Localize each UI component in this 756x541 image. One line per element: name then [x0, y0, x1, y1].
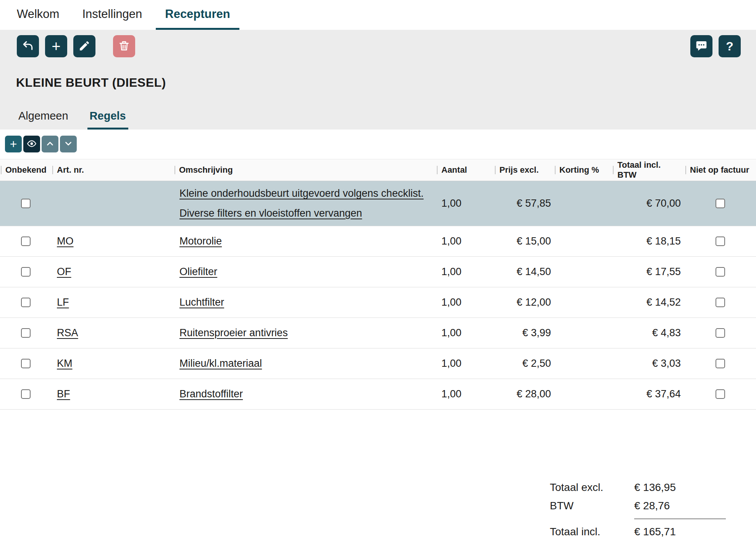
table-cell: KM — [52, 354, 174, 373]
subtab-regels[interactable]: Regels — [87, 110, 128, 130]
table-row[interactable]: MOMotorolie1,00€ 15,00€ 18,15 — [0, 226, 756, 257]
totaal-incl-value: € 3,03 — [652, 358, 681, 369]
table-row[interactable]: LFLuchtfilter1,00€ 12,00€ 14,52 — [0, 287, 756, 318]
table-row[interactable]: KMMilieu/kl.materiaal1,00€ 2,50€ 3,03 — [0, 348, 756, 379]
tab-welkom[interactable]: Welkom — [8, 0, 68, 30]
table-cell: 1,00 — [436, 388, 494, 400]
niet-op-factuur-checkbox[interactable] — [716, 298, 725, 307]
omschrijving-link[interactable]: Ruitensproeier antivries — [179, 327, 288, 339]
table-cell: 1,00 — [436, 327, 494, 339]
column-header[interactable]: Prijs excl. — [494, 165, 554, 175]
niet-op-factuur-checkbox[interactable] — [716, 267, 725, 277]
table-cell — [0, 267, 52, 277]
onbekend-checkbox[interactable] — [21, 328, 31, 338]
btw-value: € 28,76 — [634, 500, 726, 512]
visibility-button[interactable] — [23, 136, 40, 152]
column-header[interactable]: Onbekend — [0, 165, 52, 175]
prijs-excl-value: € 15,00 — [517, 235, 551, 247]
onbekend-checkbox[interactable] — [21, 389, 31, 399]
totaal-incl-value: € 18,15 — [646, 235, 681, 247]
onbekend-checkbox[interactable] — [21, 199, 31, 208]
table-cell: Ruitensproeier antivries — [174, 323, 436, 343]
eye-icon — [27, 139, 37, 150]
onbekend-checkbox[interactable] — [21, 298, 31, 307]
table-cell: RSA — [52, 323, 174, 343]
niet-op-factuur-checkbox[interactable] — [716, 328, 725, 338]
artnr-link[interactable]: RSA — [57, 327, 78, 339]
table-row[interactable]: RSARuitensproeier antivries1,00€ 3,99€ 4… — [0, 318, 756, 348]
artnr-link[interactable]: BF — [57, 388, 70, 400]
niet-op-factuur-checkbox[interactable] — [716, 236, 725, 246]
table-cell — [685, 389, 756, 399]
add-button[interactable]: + — [45, 35, 67, 57]
omschrijving-link[interactable]: Luchtfilter — [179, 296, 224, 308]
artnr-link[interactable]: OF — [57, 266, 71, 277]
table-cell — [0, 199, 52, 208]
table-cell: € 3,03 — [612, 358, 685, 369]
artnr-link[interactable]: KM — [57, 358, 73, 369]
column-header[interactable]: Korting % — [554, 165, 612, 175]
tab-recepturen[interactable]: Recepturen — [156, 0, 239, 30]
table-cell — [685, 298, 756, 307]
table-cell: € 3,99 — [494, 327, 554, 339]
chat-button[interactable] — [690, 35, 712, 57]
column-header[interactable]: Art. nr. — [52, 165, 174, 175]
table-row[interactable]: Kleine onderhoudsbeurt uitgevoerd volgen… — [0, 181, 756, 226]
table-cell: 1,00 — [436, 358, 494, 369]
tab-instellingen[interactable]: Instellingen — [73, 0, 151, 30]
column-header[interactable]: Omschrijving — [174, 165, 436, 175]
chevron-down-icon — [63, 139, 73, 150]
table-cell: OF — [52, 262, 174, 282]
table-cell: € 14,52 — [612, 296, 685, 308]
table-body: Kleine onderhoudsbeurt uitgevoerd volgen… — [0, 181, 756, 410]
table-cell — [0, 389, 52, 399]
edit-button[interactable] — [73, 35, 95, 57]
onbekend-checkbox[interactable] — [21, 267, 31, 277]
back-button[interactable] — [17, 35, 39, 57]
omschrijving-link[interactable]: Kleine onderhoudsbeurt uitgevoerd volgen… — [179, 188, 423, 219]
table-cell: Brandstoffilter — [174, 384, 436, 404]
move-up-button[interactable] — [42, 136, 58, 152]
trash-icon — [118, 40, 130, 53]
table-cell: BF — [52, 384, 174, 404]
niet-op-factuur-checkbox[interactable] — [716, 359, 725, 368]
column-header[interactable]: Niet op factuur — [685, 165, 756, 175]
table-cell: 1,00 — [436, 266, 494, 278]
omschrijving-link[interactable]: Milieu/kl.materiaal — [179, 358, 262, 369]
table-row[interactable]: OFOliefilter1,00€ 14,50€ 17,55 — [0, 257, 756, 287]
table-cell — [685, 359, 756, 368]
totaal-incl-value: € 17,55 — [646, 266, 681, 277]
onbekend-checkbox[interactable] — [21, 236, 31, 246]
table-cell: € 57,85 — [494, 198, 554, 209]
onbekend-checkbox[interactable] — [21, 359, 31, 368]
table-cell — [0, 328, 52, 338]
help-button[interactable]: ? — [719, 35, 741, 57]
artnr-link[interactable]: LF — [57, 296, 69, 308]
column-header[interactable]: Totaal incl. BTW — [612, 160, 685, 180]
toolbar: + — [17, 35, 741, 57]
delete-button[interactable] — [113, 35, 135, 57]
top-tabs: WelkomInstellingenRecepturen — [8, 0, 244, 30]
niet-op-factuur-checkbox[interactable] — [716, 199, 725, 208]
totaal-incl-value: € 4,83 — [652, 327, 681, 339]
niet-op-factuur-checkbox[interactable] — [716, 389, 725, 399]
omschrijving-link[interactable]: Oliefilter — [179, 266, 217, 277]
table-cell — [685, 267, 756, 277]
add-row-button[interactable]: + — [5, 136, 22, 152]
totals: Totaal excl. € 136,95 BTW € 28,76 Totaal… — [550, 478, 729, 541]
column-header[interactable]: Aantal — [436, 165, 494, 175]
table-cell: € 37,64 — [612, 388, 685, 400]
total-excl-value: € 136,95 — [634, 481, 726, 494]
table-header-row: OnbekendArt. nr.OmschrijvingAantalPrijs … — [0, 159, 756, 181]
table-cell: € 18,15 — [612, 235, 685, 247]
table-row[interactable]: BFBrandstoffilter1,00€ 28,00€ 37,64 — [0, 379, 756, 410]
omschrijving-link[interactable]: Brandstoffilter — [179, 388, 243, 400]
subtab-algemeen[interactable]: Algemeen — [16, 110, 71, 130]
move-down-button[interactable] — [60, 136, 77, 152]
artnr-link[interactable]: MO — [57, 235, 74, 247]
omschrijving-link[interactable]: Motorolie — [179, 235, 222, 247]
total-incl-row: Totaal incl. € 165,71 — [550, 523, 729, 541]
totaal-incl-value: € 37,64 — [646, 388, 681, 400]
aantal-value: 1,00 — [441, 358, 462, 369]
table-cell — [0, 359, 52, 368]
